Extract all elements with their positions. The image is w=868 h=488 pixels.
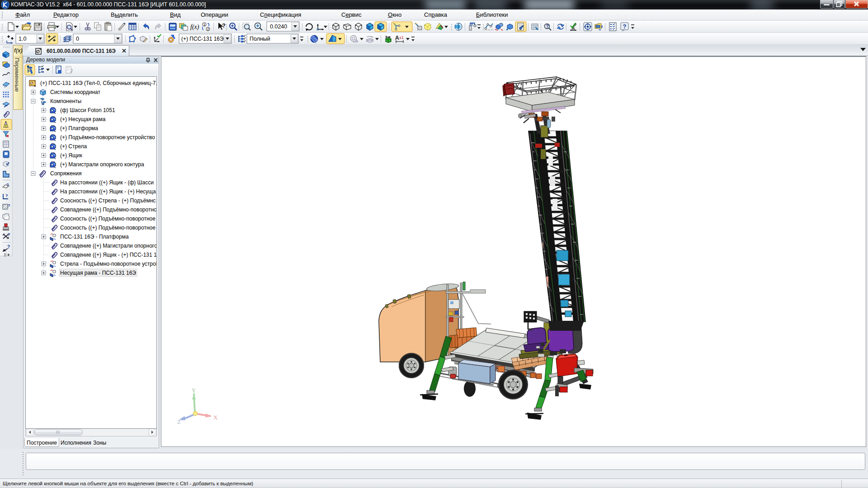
svg-text:(+) ПСС-131 16Э (Т: (+) ПСС-131 16Э (Т	[181, 36, 231, 42]
svg-text:1.0: 1.0	[19, 36, 26, 42]
svg-text:f(x): f(x)	[190, 23, 199, 31]
svg-text:Системы координат: Системы координат	[50, 89, 100, 95]
svg-text:На расстоянии ((+) Ящик - (+: На расстоянии ((+) Ящик - (+) Несуща	[60, 188, 156, 195]
svg-text:ПСС-131 16Э - Платформа: ПСС-131 16Э - Платформа	[60, 234, 129, 240]
svg-text:(+) Стрела: (+) Стрела	[60, 143, 87, 150]
svg-text:(+) Подъёмно-поворотное устрой: (+) Подъёмно-поворотное устройство	[60, 134, 155, 141]
svg-text:(+) Несущая рама: (+) Несущая рама	[60, 116, 106, 122]
svg-text:Полный: Полный	[250, 36, 270, 42]
svg-text:(+) ПСС-131 16Э (Тел-0, Сбороч: (+) ПСС-131 16Э (Тел-0, Сборочных единиц…	[40, 80, 157, 86]
svg-text:Y: Y	[192, 387, 196, 394]
svg-text:0: 0	[76, 36, 79, 42]
svg-text:На расстоянии ((+) Ящик - (ф: На расстоянии ((+) Ящик - (ф) Шасси	[60, 179, 154, 186]
svg-text:?: ?	[7, 244, 10, 249]
svg-text:?: ?	[222, 22, 226, 29]
svg-text:±1: ±1	[399, 35, 404, 40]
svg-text:(+) Платформа: (+) Платформа	[60, 125, 98, 131]
svg-text:0.0240: 0.0240	[270, 23, 287, 30]
svg-text:2: 2	[207, 27, 209, 31]
svg-text:(ф) Шасси Foton 1051: (ф) Шасси Foton 1051	[60, 107, 115, 113]
svg-text:?: ?	[8, 203, 10, 208]
svg-text:?: ?	[623, 23, 627, 30]
svg-text:Совпадение ((+) Магистрали опо: Совпадение ((+) Магистрали опорного	[60, 243, 157, 249]
svg-text:А: А	[395, 35, 399, 41]
svg-text:Соосность ((+) Стрела - (+): Соосность ((+) Стрела - (+) Подъёмнс	[60, 197, 156, 204]
svg-text:Сопряжения: Сопряжения	[50, 170, 81, 177]
svg-text:(+) Магистрали опорного контур: (+) Магистрали опорного контура	[60, 161, 144, 168]
svg-text:?: ?	[546, 24, 549, 29]
svg-text:Совпадение ((+) Ящик - (+) П: Совпадение ((+) Ящик - (+) ПСС-131 1	[60, 252, 157, 258]
svg-text:(+) Ящик: (+) Ящик	[60, 152, 83, 159]
svg-text:Стрела - Подъёмно-поворотное у: Стрела - Подъёмно-поворотное устроі	[60, 261, 157, 267]
svg-text:X: X	[213, 414, 218, 421]
svg-text:Несущая рама - ПСС-131 16Э: Несущая рама - ПСС-131 16Э	[60, 270, 136, 276]
svg-text:1: 1	[203, 23, 206, 27]
svg-text:?: ?	[6, 183, 9, 187]
svg-text:?: ?	[5, 193, 8, 198]
svg-text:Z: Z	[177, 418, 181, 425]
svg-text:Соосность ((+) Подъёмно-поворо: Соосность ((+) Подъёмно-поворотное	[60, 216, 156, 222]
svg-text:Компоненты: Компоненты	[50, 98, 81, 104]
svg-text:Соосность ((+) Подъёмно-поворо: Соосность ((+) Подъёмно-поворотное	[60, 225, 156, 231]
svg-text:Совпадение ((+) Подъёмно-повор: Совпадение ((+) Подъёмно-поворотнс	[60, 206, 156, 213]
svg-text:?: ?	[8, 232, 10, 237]
